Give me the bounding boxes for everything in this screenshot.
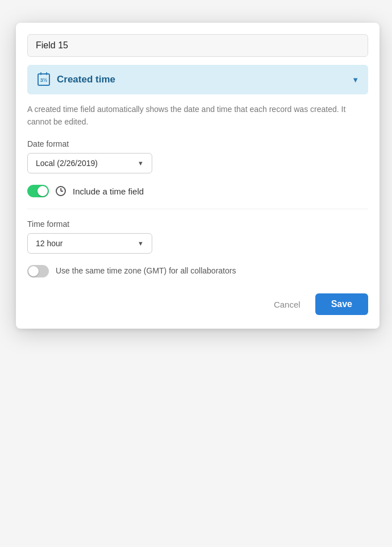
toggle-knob: [37, 186, 48, 196]
cancel-button[interactable]: Cancel: [266, 295, 308, 314]
date-format-value: Local (2/26/2019): [36, 159, 98, 168]
date-format-dropdown[interactable]: Local (2/26/2019) ▼: [27, 153, 152, 173]
time-format-value: 12 hour: [36, 239, 62, 248]
field-name-input[interactable]: [27, 34, 368, 57]
clock-icon: [56, 186, 66, 196]
field-type-chevron-icon: ▼: [352, 76, 359, 84]
date-format-chevron-icon: ▼: [137, 160, 144, 167]
timezone-toggle-knob: [28, 266, 39, 276]
field-description: A created time field automatically shows…: [27, 103, 368, 128]
date-format-label: Date format: [27, 139, 368, 148]
time-format-chevron-icon: ▼: [137, 240, 144, 247]
created-time-icon: 3½: [36, 72, 51, 87]
field-config-modal: 3½ Created time ▼ A created time field a…: [16, 23, 380, 329]
time-format-dropdown[interactable]: 12 hour ▼: [27, 233, 152, 254]
include-time-toggle[interactable]: [27, 185, 49, 197]
modal-footer: Cancel Save: [27, 293, 368, 315]
timezone-row: Use the same time zone (GMT) for all col…: [27, 265, 368, 277]
time-format-label: Time format: [27, 219, 368, 229]
timezone-label: Use the same time zone (GMT) for all col…: [56, 265, 236, 277]
timezone-toggle[interactable]: [27, 265, 49, 277]
field-type-label: Created time: [57, 74, 346, 85]
calendar-icon: 3½: [37, 73, 50, 86]
divider: [27, 209, 368, 209]
include-time-row: Include a time field: [27, 185, 368, 197]
include-time-label: Include a time field: [73, 187, 144, 196]
field-type-selector[interactable]: 3½ Created time ▼: [27, 65, 368, 94]
save-button[interactable]: Save: [315, 293, 368, 315]
